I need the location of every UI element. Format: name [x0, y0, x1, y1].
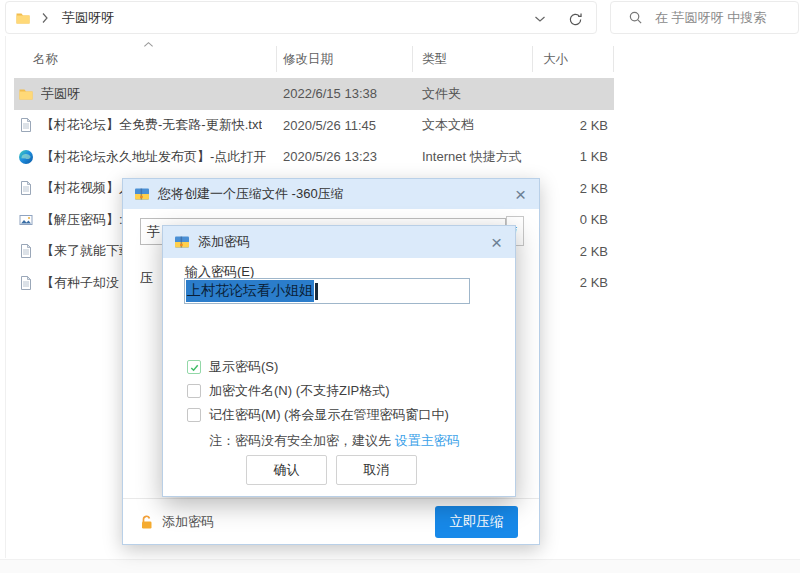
file-row-folder[interactable]: 芋圆呀 2022/6/15 13:38 文件夹	[14, 78, 614, 110]
file-row[interactable]: 【村花论坛永久地址发布页】-点此打开 2020/5/26 13:23 Inter…	[14, 141, 614, 173]
file-size: 0 KB	[533, 212, 614, 227]
explorer-topbar: 芋圆呀呀 在 芋圆呀呀 中搜索	[0, 0, 800, 36]
breadcrumb[interactable]: 芋圆呀呀	[62, 9, 114, 27]
add-password-label: 添加密码	[162, 513, 214, 531]
search-input[interactable]: 在 芋圆呀呀 中搜索	[610, 1, 799, 34]
password-dialog-title: 添加密码	[198, 233, 250, 251]
option-label: 显示密码(S)	[209, 358, 278, 376]
column-header-size[interactable]: 大小	[533, 46, 614, 72]
file-date: 2020/5/26 11:45	[277, 118, 413, 133]
window-left-edge	[5, 36, 6, 558]
file-name: 【村花论坛永久地址发布页】-点此打开	[41, 148, 266, 166]
refresh-icon[interactable]	[568, 12, 583, 27]
cancel-button[interactable]: 取消	[336, 455, 417, 485]
address-bar[interactable]: 芋圆呀呀	[5, 1, 597, 34]
text-caret	[315, 283, 318, 300]
confirm-button[interactable]: 确认	[246, 455, 327, 485]
search-placeholder: 在 芋圆呀呀 中搜索	[655, 9, 766, 27]
check-icon	[189, 362, 200, 373]
column-headers: 名称 修改日期 类型 大小	[14, 46, 614, 72]
file-name: 【来了就能下载	[41, 242, 132, 260]
text-file-icon	[18, 117, 34, 133]
column-header-type[interactable]: 类型	[413, 46, 533, 72]
file-date: 2020/5/26 13:23	[277, 149, 413, 164]
status-bar	[0, 559, 800, 573]
file-type: Internet 快捷方式	[413, 148, 533, 166]
password-dialog: 添加密码 × 输入密码(E) 上村花论坛看小姐姐 显示密码(S) 加密文件名(N…	[162, 225, 516, 497]
address-dropdown-icon[interactable]	[534, 15, 546, 23]
chevron-right-icon	[41, 12, 49, 24]
checkbox-unchecked[interactable]	[187, 408, 201, 422]
file-size: 2 KB	[533, 275, 614, 290]
password-value-selected: 上村花论坛看小姐姐	[186, 280, 314, 302]
checkbox-unchecked[interactable]	[187, 384, 201, 398]
option-encrypt-filenames[interactable]: 加密文件名(N) (不支持ZIP格式)	[187, 382, 390, 400]
close-icon[interactable]: ×	[513, 185, 528, 204]
file-name: 【有种子却没	[41, 274, 119, 292]
file-size: 2 KB	[533, 118, 614, 133]
explorer-window: 芋圆呀呀 在 芋圆呀呀 中搜索 名称 修改日期 类型 大小	[0, 0, 800, 573]
compress-dialog-titlebar[interactable]: 您将创建一个压缩文件 -360压缩 ×	[123, 179, 539, 209]
password-dialog-titlebar[interactable]: 添加密码 ×	[163, 226, 515, 258]
add-password-link[interactable]: 添加密码	[139, 513, 214, 531]
security-note: 注：密码没有安全加密，建议先 设置主密码	[209, 432, 460, 450]
file-type: 文本文档	[413, 116, 533, 134]
text-file-icon	[18, 243, 34, 259]
file-name: 【村花论坛】全免费-无套路-更新快.txt	[41, 116, 262, 134]
text-file-icon	[18, 180, 34, 196]
file-size: 2 KB	[533, 181, 614, 196]
checkbox-checked[interactable]	[187, 360, 201, 374]
compress-dialog-title: 您将创建一个压缩文件 -360压缩	[158, 185, 344, 203]
option-remember-password[interactable]: 记住密码(M) (将会显示在管理密码窗口中)	[187, 406, 449, 424]
password-input[interactable]: 上村花论坛看小姐姐	[184, 278, 470, 304]
file-name: 【解压密码】:	[41, 211, 123, 229]
folder-icon	[18, 86, 34, 102]
edge-shortcut-icon	[18, 149, 34, 165]
text-file-icon	[18, 275, 34, 291]
compress-dialog-footer: 添加密码 立即压缩	[123, 498, 539, 545]
search-icon	[628, 10, 643, 25]
option-label: 加密文件名(N) (不支持ZIP格式)	[209, 382, 390, 400]
file-row[interactable]: 【村花论坛】全免费-无套路-更新快.txt 2020/5/26 11:45 文本…	[14, 110, 614, 142]
file-size: 2 KB	[533, 244, 614, 259]
compress-now-button[interactable]: 立即压缩	[435, 506, 518, 538]
column-header-date[interactable]: 修改日期	[277, 46, 413, 72]
image-file-icon	[18, 212, 34, 228]
file-name: 芋圆呀	[41, 85, 80, 103]
close-icon[interactable]: ×	[489, 233, 504, 252]
option-show-password[interactable]: 显示密码(S)	[187, 358, 278, 376]
set-master-password-link[interactable]: 设置主密码	[395, 433, 460, 448]
unlock-icon	[139, 514, 155, 530]
option-label: 记住密码(M) (将会显示在管理密码窗口中)	[209, 406, 449, 424]
compress-option-label-fragment: 压	[140, 269, 153, 287]
folder-icon	[15, 10, 31, 26]
file-size: 1 KB	[533, 149, 614, 164]
archive-name-fragment: 芋	[147, 223, 160, 241]
file-date: 2022/6/15 13:38	[277, 86, 413, 101]
column-header-name[interactable]: 名称	[14, 46, 277, 72]
zip-app-icon	[174, 234, 190, 250]
zip-app-icon	[134, 186, 150, 202]
file-name: 【村花视频】入	[41, 179, 132, 197]
file-type: 文件夹	[413, 85, 533, 103]
